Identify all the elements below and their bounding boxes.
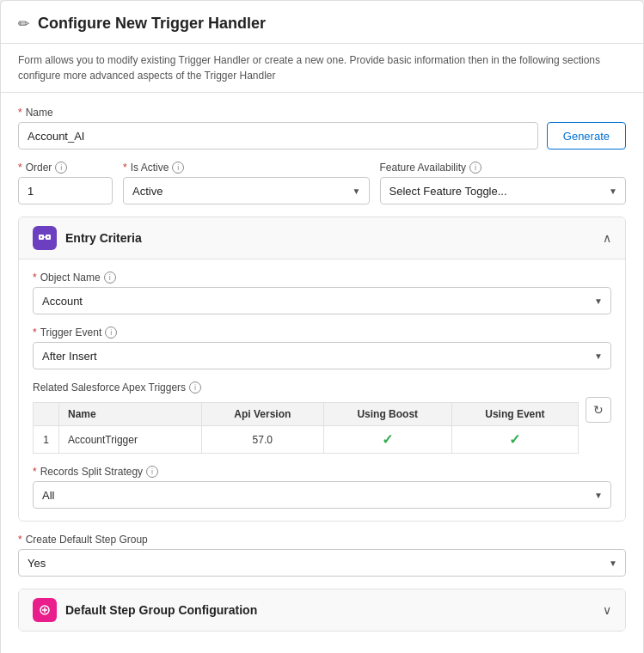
- name-form-group: * Name: [18, 107, 538, 150]
- trigger-event-form-group: * Trigger Event i After Insert Before In…: [33, 326, 611, 369]
- svg-point-4: [40, 236, 42, 238]
- object-name-info-icon: i: [104, 272, 116, 284]
- records-split-label-text: Records Split Strategy: [40, 466, 143, 478]
- entry-criteria-section: Entry Criteria ∧ * Object Name i Account: [18, 217, 626, 522]
- feature-availability-select[interactable]: Select Feature Toggle...: [380, 177, 627, 204]
- order-input[interactable]: [18, 177, 113, 204]
- col-using-boost: Using Boost: [323, 403, 451, 426]
- row-using-boost: ✓: [323, 426, 451, 454]
- row-api-version: 57.0: [201, 426, 323, 454]
- modal-body: * Name Generate * Order i *: [1, 93, 643, 653]
- name-row: * Name Generate: [18, 107, 626, 150]
- boost-check-icon: ✓: [382, 432, 393, 447]
- refresh-button[interactable]: ↻: [586, 397, 611, 423]
- table-row: 1 AccountTrigger 57.0 ✓ ✓: [34, 426, 579, 454]
- records-split-required-star: *: [33, 466, 37, 478]
- feature-availability-label: Feature Availability i: [380, 162, 627, 174]
- row-using-event: ✓: [451, 426, 578, 454]
- pencil-icon: ✏: [18, 15, 29, 32]
- order-label-text: Order: [26, 162, 52, 174]
- related-triggers-label: Related Salesforce Apex Triggers i: [33, 381, 611, 394]
- records-split-select[interactable]: All: [33, 481, 611, 509]
- entry-criteria-chevron: ∧: [603, 231, 611, 245]
- default-step-group-section: Default Step Group Configuration ∨: [18, 589, 626, 632]
- entry-criteria-header[interactable]: Entry Criteria ∧: [19, 217, 625, 259]
- feature-availability-label-text: Feature Availability: [380, 162, 467, 174]
- create-step-label-text: Create Default Step Group: [26, 534, 148, 546]
- name-input[interactable]: [18, 122, 538, 150]
- trigger-event-select-wrapper: After Insert Before Insert After Update …: [33, 342, 611, 369]
- object-name-form-group: * Object Name i Account: [33, 272, 611, 314]
- default-step-group-chevron: ∨: [603, 603, 611, 617]
- entry-criteria-icon: [33, 226, 57, 250]
- table-row-area: Name Api Version Using Boost Using Event…: [33, 397, 611, 454]
- is-active-form-group: * Is Active i Active Inactive: [123, 162, 370, 204]
- name-label-text: Name: [26, 107, 53, 119]
- trigger-event-required-star: *: [33, 326, 37, 339]
- records-split-info-icon: i: [146, 466, 158, 478]
- create-step-select-wrapper: Yes No: [18, 549, 626, 577]
- entry-criteria-body: * Object Name i Account * Trigger Event: [19, 259, 625, 521]
- order-info-icon: i: [55, 162, 67, 174]
- modal-description: Form allows you to modify existing Trigg…: [1, 44, 643, 93]
- records-split-label: * Records Split Strategy i: [33, 466, 611, 478]
- object-name-label: * Object Name i: [33, 272, 611, 284]
- default-step-group-icon: [33, 598, 57, 622]
- order-required-star: *: [18, 162, 22, 174]
- create-step-required-star: *: [18, 534, 22, 546]
- entry-criteria-title: Entry Criteria: [65, 231, 142, 245]
- related-triggers-form-group: Related Salesforce Apex Triggers i Name …: [33, 381, 611, 454]
- object-name-required-star: *: [33, 272, 37, 284]
- create-step-select[interactable]: Yes No: [18, 549, 626, 577]
- col-name: Name: [59, 403, 202, 426]
- create-default-step-group-form: * Create Default Step Group Yes No: [18, 534, 626, 577]
- row-trigger-name: AccountTrigger: [59, 426, 202, 454]
- order-active-feature-row: * Order i * Is Active i Active Inactive: [18, 162, 626, 204]
- is-active-select[interactable]: Active Inactive: [123, 177, 370, 204]
- is-active-required-star: *: [123, 162, 127, 174]
- trigger-event-label: * Trigger Event i: [33, 326, 611, 339]
- default-step-group-header-left: Default Step Group Configuration: [33, 598, 257, 622]
- col-num: [34, 403, 59, 426]
- is-active-label-text: Is Active: [131, 162, 169, 174]
- modal-title: Configure New Trigger Handler: [38, 15, 266, 33]
- default-step-group-title: Default Step Group Configuration: [65, 603, 257, 617]
- related-triggers-info-icon: i: [189, 381, 201, 394]
- feature-availability-select-wrapper: Select Feature Toggle...: [380, 177, 627, 204]
- object-name-select-wrapper: Account: [33, 287, 611, 314]
- name-label: * Name: [18, 107, 538, 119]
- modal-header: ✏ Configure New Trigger Handler: [1, 1, 643, 44]
- records-split-select-wrapper: All: [33, 481, 611, 509]
- entry-criteria-header-left: Entry Criteria: [33, 226, 142, 250]
- is-active-label: * Is Active i: [123, 162, 370, 174]
- svg-point-3: [47, 236, 49, 238]
- is-active-info-icon: i: [172, 162, 184, 174]
- default-step-group-header[interactable]: Default Step Group Configuration ∨: [19, 589, 625, 631]
- col-api-version: Api Version: [201, 403, 323, 426]
- generate-button[interactable]: Generate: [547, 122, 626, 150]
- feature-availability-form-group: Feature Availability i Select Feature To…: [380, 162, 627, 204]
- is-active-select-wrapper: Active Inactive: [123, 177, 370, 204]
- order-form-group: * Order i: [18, 162, 113, 204]
- create-default-step-label: * Create Default Step Group: [18, 534, 626, 546]
- trigger-event-info-icon: i: [105, 326, 117, 339]
- feature-availability-info-icon: i: [469, 162, 481, 174]
- records-split-form-group: * Records Split Strategy i All: [33, 466, 611, 509]
- object-name-label-text: Object Name: [40, 272, 101, 284]
- apex-table-container: Name Api Version Using Boost Using Event…: [33, 397, 579, 454]
- related-triggers-label-text: Related Salesforce Apex Triggers: [33, 381, 186, 394]
- row-num: 1: [34, 426, 59, 454]
- configure-trigger-handler-modal: ✏ Configure New Trigger Handler Form all…: [0, 0, 644, 653]
- trigger-event-label-text: Trigger Event: [40, 326, 102, 339]
- apex-triggers-table: Name Api Version Using Boost Using Event…: [33, 402, 579, 454]
- trigger-event-select[interactable]: After Insert Before Insert After Update …: [33, 342, 611, 369]
- col-using-event: Using Event: [451, 403, 578, 426]
- order-label: * Order i: [18, 162, 113, 174]
- object-name-select[interactable]: Account: [33, 287, 611, 314]
- name-required-star: *: [18, 107, 22, 119]
- event-check-icon: ✓: [509, 432, 520, 447]
